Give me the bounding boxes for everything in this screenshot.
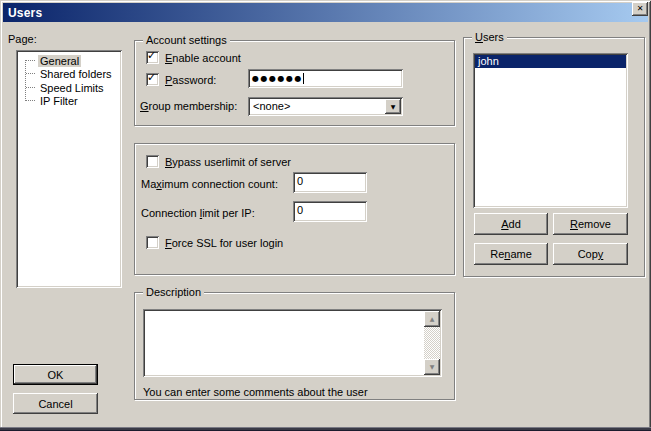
tree-item-speed-limits[interactable]: Speed Limits (19, 81, 106, 94)
connection-per-ip-value: 0 (297, 204, 303, 216)
password-label: Password: (165, 74, 216, 86)
tree-item-label: IP Filter (38, 95, 80, 107)
ok-button[interactable]: OK (13, 364, 98, 385)
copy-button-label: Copy (578, 248, 604, 260)
tree-branch (26, 100, 35, 101)
rename-button[interactable]: Rename (474, 243, 548, 265)
password-input[interactable]: ●●●●●● (248, 69, 403, 88)
connection-per-ip-label: Connection limit per IP: (141, 207, 255, 220)
user-list-item[interactable]: john (475, 55, 626, 68)
users-dialog: Users ✕ Page: General Shared folders Spe… (0, 0, 651, 431)
remove-button[interactable]: Remove (553, 213, 628, 235)
description-hint: You can enter some comments about the us… (143, 386, 368, 399)
enable-account-row: ✓ Enable account (146, 51, 241, 64)
check-icon: ✓ (147, 71, 156, 84)
page-tree[interactable]: General Shared folders Speed Limits IP F… (16, 50, 122, 288)
tree-branch (26, 87, 35, 88)
arrow-up-icon: ▲ (430, 316, 435, 322)
window-bottom-edge (0, 427, 651, 431)
check-icon: ✓ (147, 49, 156, 62)
tree-item-general[interactable]: General (19, 54, 81, 67)
group-membership-select[interactable]: <none> ▼ (248, 97, 403, 116)
close-icon: ✕ (637, 5, 644, 13)
password-masked-value: ●●●●●● (252, 74, 303, 83)
tree-item-label: General (38, 55, 81, 67)
tree-item-label: Shared folders (38, 68, 114, 80)
title-bar[interactable]: Users (3, 3, 648, 22)
close-button[interactable]: ✕ (632, 2, 648, 16)
bypass-userlimit-label: Bypass userlimit of server (165, 156, 291, 168)
force-ssl-checkbox[interactable] (146, 236, 159, 249)
cancel-button[interactable]: Cancel (13, 393, 98, 414)
tree-branch (26, 60, 35, 61)
scroll-down-button[interactable]: ▼ (424, 359, 440, 375)
enable-account-label: Enable account (165, 52, 241, 64)
force-ssl-label: Force SSL for user login (165, 237, 283, 249)
scrollbar-track[interactable] (424, 327, 440, 359)
tree-branch (26, 73, 35, 74)
add-button[interactable]: Add (474, 213, 548, 235)
add-button-label: Add (501, 218, 521, 230)
scroll-up-button[interactable]: ▲ (424, 311, 440, 327)
password-row: ✓ Password: (146, 73, 216, 86)
account-settings-title: Account settings (143, 34, 230, 47)
force-ssl-row: Force SSL for user login (146, 236, 283, 249)
users-group-title: Users (472, 31, 507, 44)
max-connection-value: 0 (297, 175, 303, 187)
copy-button[interactable]: Copy (553, 243, 628, 265)
dropdown-button[interactable]: ▼ (385, 99, 401, 114)
tree-item-ip-filter[interactable]: IP Filter (19, 94, 80, 107)
enable-account-checkbox[interactable]: ✓ (146, 51, 159, 64)
users-list[interactable]: john (473, 53, 628, 208)
description-textarea[interactable]: ▲ ▼ (143, 309, 442, 377)
group-membership-value: <none> (253, 100, 290, 112)
text-caret (303, 73, 304, 84)
bypass-userlimit-checkbox[interactable] (146, 155, 159, 168)
connection-per-ip-input[interactable]: 0 (293, 201, 367, 222)
password-checkbox[interactable]: ✓ (146, 73, 159, 86)
window-title: Users (8, 6, 42, 20)
arrow-down-icon: ▼ (430, 364, 435, 370)
bypass-userlimit-row: Bypass userlimit of server (146, 155, 291, 168)
max-connection-label: Maximum connection count: (141, 178, 278, 191)
tree-item-shared-folders[interactable]: Shared folders (19, 67, 114, 80)
description-title: Description (143, 286, 204, 299)
page-label: Page: (8, 33, 37, 46)
max-connection-input[interactable]: 0 (293, 172, 367, 193)
chevron-down-icon: ▼ (391, 104, 396, 110)
tree-item-label: Speed Limits (38, 82, 106, 94)
rename-button-label: Rename (490, 248, 532, 260)
remove-button-label: Remove (570, 218, 611, 230)
description-scrollbar[interactable]: ▲ ▼ (424, 311, 440, 375)
group-membership-label: Group membership: (140, 100, 237, 113)
